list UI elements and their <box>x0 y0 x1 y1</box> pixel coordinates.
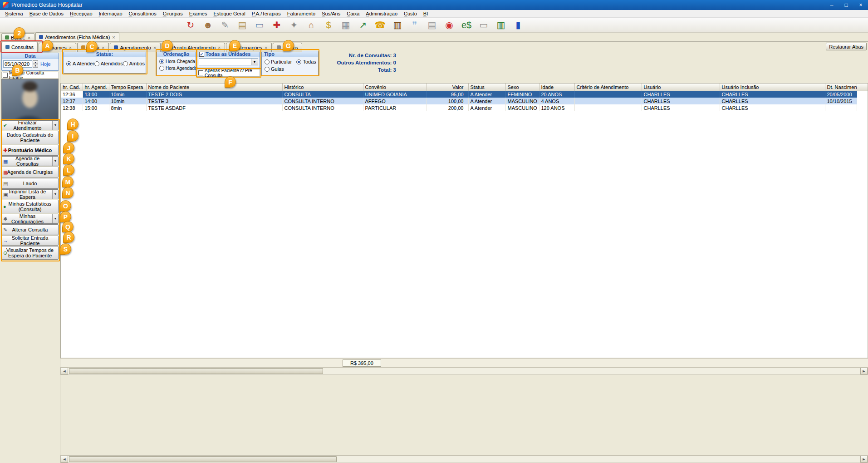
alterar-consulta-button[interactable]: ✎ Alterar Consulta <box>1 224 59 235</box>
menu-item-interna-o[interactable]: Internação <box>96 10 126 17</box>
tab-consultas[interactable]: Consultas <box>1 42 38 52</box>
column-header-nome-do-paciente[interactable]: Nome do Paciente <box>146 84 282 91</box>
refresh-icon[interactable]: ↻ <box>184 18 197 32</box>
home-icon[interactable]: ⌂ <box>304 18 318 32</box>
radio-atendidos[interactable]: Atendidos <box>94 61 123 66</box>
scroll-right-icon[interactable]: ▶ <box>860 368 868 374</box>
agenda-consultas-button[interactable]: ▦ Agenda de Consultas ▼ <box>1 156 59 166</box>
medical-tools-icon[interactable]: ✦ <box>287 18 301 32</box>
dropdown-arrow-icon[interactable]: ▼ <box>52 214 58 223</box>
hospital-bed-icon[interactable]: ▭ <box>253 18 266 32</box>
column-header-idade[interactable]: Idade <box>539 84 574 91</box>
mesclar-consulta-exame-checkbox[interactable]: Mesclar Consulta Exame <box>1 72 59 79</box>
ledger-icon[interactable]: ▥ <box>391 18 404 32</box>
table-row[interactable]: 12:3815:008minTESTE ASDADFCONSULTA INTER… <box>61 104 857 111</box>
combo-arrow-icon[interactable]: ▼ <box>251 59 258 65</box>
column-header-hr-agend[interactable]: hr. Agend. <box>83 84 109 91</box>
menu-item-custo[interactable]: Custo <box>401 10 420 17</box>
grid-scroll-thumb[interactable] <box>69 368 323 374</box>
menu-item-exames[interactable]: Exames <box>186 10 211 17</box>
table-row[interactable]: 12:3714:0010minTESTE 3CONSULTA INTERNOAF… <box>61 98 857 104</box>
radio-hora-agendada[interactable]: Hora Agendada <box>159 66 193 71</box>
column-header-dt-nascimento[interactable]: Dt. Nascimento <box>825 84 857 91</box>
column-header-usu-rio-inclus-o[interactable]: Usuário Inclusão <box>720 84 825 91</box>
tab-close-icon[interactable]: × <box>101 45 105 50</box>
meeting-icon[interactable]: ☻ <box>201 18 215 32</box>
radio-a-atender[interactable]: A Atender <box>66 61 94 66</box>
laudo-button[interactable]: ▤ Laudo <box>1 178 59 189</box>
menu-item-estoque-geral[interactable]: Estoque Geral <box>210 10 248 17</box>
content-hscrollbar[interactable]: ◀ ▶ <box>60 455 868 463</box>
radio-hora-chegada[interactable]: Hora Chegada <box>159 59 193 64</box>
dropdown-arrow-icon[interactable]: ▼ <box>52 190 58 199</box>
solicitar-entrada-paciente-button[interactable]: → Solicitar Entrada Paciente <box>1 236 59 246</box>
minhas-configuracoes-button[interactable]: ✱ Minhas Configurações ▼ <box>1 214 59 224</box>
column-header-tempo-espera[interactable]: Tempo Espera <box>109 84 146 91</box>
finance-icon[interactable]: $ <box>322 18 335 32</box>
stock-chart-icon[interactable]: ↗ <box>356 18 370 32</box>
close-icon[interactable]: × <box>853 0 868 10</box>
menu-item-administra-o[interactable]: Administração <box>363 10 401 17</box>
column-header-valor[interactable]: Valor <box>427 84 468 91</box>
tab-agendamento[interactable]: Agendamento × <box>110 43 161 52</box>
phonebook-icon[interactable]: ☎ <box>373 18 387 32</box>
column-header-crit-rio-de-atendimento[interactable]: Critério de Atendimento <box>574 84 642 91</box>
spinner-up-icon[interactable]: ▲ <box>33 60 38 64</box>
menu-item-sus-ans[interactable]: Sus/Ans <box>319 10 343 17</box>
restaurar-abas-button[interactable]: Restaurar Abas <box>826 43 867 50</box>
bi-icon[interactable]: ▮ <box>511 18 525 32</box>
grid-hscrollbar[interactable]: ◀ ▶ <box>60 367 868 375</box>
power-icon[interactable]: ◉ <box>442 18 456 32</box>
column-header-usu-rio[interactable]: Usuário <box>642 84 720 91</box>
dados-cadastrais-button[interactable]: Dados Cadastrais do Paciente <box>1 131 59 144</box>
maximize-icon[interactable]: □ <box>839 0 853 10</box>
prontuario-medico-button[interactable]: ✚ Prontuário Médico <box>1 145 59 156</box>
minhas-estatisticas-button[interactable]: ● Minhas Estatísticas (Consulta) <box>1 200 59 213</box>
ambulance-icon[interactable]: ✚ <box>270 18 284 32</box>
agenda-cirurgias-button[interactable]: ▦ Agenda de Cirurgias <box>1 167 59 177</box>
monitor-icon[interactable]: ▥ <box>494 18 508 32</box>
tab-close-icon[interactable]: × <box>27 35 31 40</box>
visualizar-tempos-espera-button[interactable]: ⊙ Visualizar Tempos de Espera do Pacient… <box>1 246 59 260</box>
chat-icon[interactable]: ❞ <box>408 18 422 32</box>
spinner-down-icon[interactable]: ▼ <box>33 64 38 68</box>
menu-item-base-de-dados[interactable]: Base de Dados <box>26 10 67 17</box>
unidade-combobox[interactable]: ▼ <box>199 58 258 65</box>
radio-ambos[interactable]: Ambos <box>123 61 145 66</box>
finalizar-atendimento-button[interactable]: ✔ Finalizar Atendimento ▼ <box>1 120 59 130</box>
column-header-conv-nio[interactable]: Convênio <box>363 84 427 91</box>
column-header-sexo[interactable]: Sexo <box>505 84 539 91</box>
radio-particular[interactable]: Particular <box>265 59 292 64</box>
menu-item-sistema[interactable]: Sistema <box>2 10 26 17</box>
document-hand-icon[interactable]: ✎ <box>218 18 232 32</box>
menu-item-caixa[interactable]: Caixa <box>343 10 363 17</box>
printer-icon[interactable]: ▭ <box>477 18 490 32</box>
column-header-status[interactable]: Status <box>468 84 505 91</box>
tab-close-icon[interactable]: × <box>153 45 157 50</box>
menu-item-p-a-terapias[interactable]: P.A./Terapias <box>249 10 284 17</box>
menu-item-consult-rios[interactable]: Consultórios <box>126 10 160 17</box>
table-row[interactable]: 12:3613:0010minTESTE 2 DOISCONSULTAUNIME… <box>61 91 857 98</box>
date-spinner[interactable]: ▲ ▼ <box>33 60 38 68</box>
minimize-icon[interactable]: – <box>824 0 839 10</box>
apenas-pre-consulta-checkbox[interactable]: Apenas Paciente c/ Pré-Consulta <box>197 69 260 77</box>
radio-guias[interactable]: Guias <box>265 66 315 72</box>
dropdown-arrow-icon[interactable]: ▼ <box>52 157 58 166</box>
menu-item-faturamento[interactable]: Faturamento <box>284 10 319 17</box>
e-invoice-icon[interactable]: e$ <box>460 18 473 32</box>
column-header-hr-cad[interactable]: hr. Cad. <box>61 84 83 91</box>
todas-unidades-checkbox[interactable]: ✓ Todas as Unidades <box>197 51 260 57</box>
radio-todas[interactable]: Todas <box>296 59 316 64</box>
column-header-hist-rico[interactable]: Histórico <box>282 84 363 91</box>
menu-item-bi[interactable]: BI <box>420 10 431 17</box>
menu-item-recep-o[interactable]: Recepção <box>67 10 96 17</box>
dropdown-arrow-icon[interactable]: ▼ <box>52 121 58 130</box>
scroll-left-icon[interactable]: ◀ <box>61 456 68 463</box>
tab-close-icon[interactable]: × <box>112 34 115 40</box>
menu-item-cirurgias[interactable]: Cirurgias <box>160 10 186 17</box>
report-icon[interactable]: ▤ <box>425 18 439 32</box>
hoje-button[interactable]: Hoje <box>40 61 51 67</box>
imprimir-lista-espera-button[interactable]: ▣ Imprimir Lista de Espera ▼ <box>1 189 59 199</box>
tab-close-icon[interactable]: × <box>264 45 268 50</box>
scroll-left-icon[interactable]: ◀ <box>61 368 68 374</box>
